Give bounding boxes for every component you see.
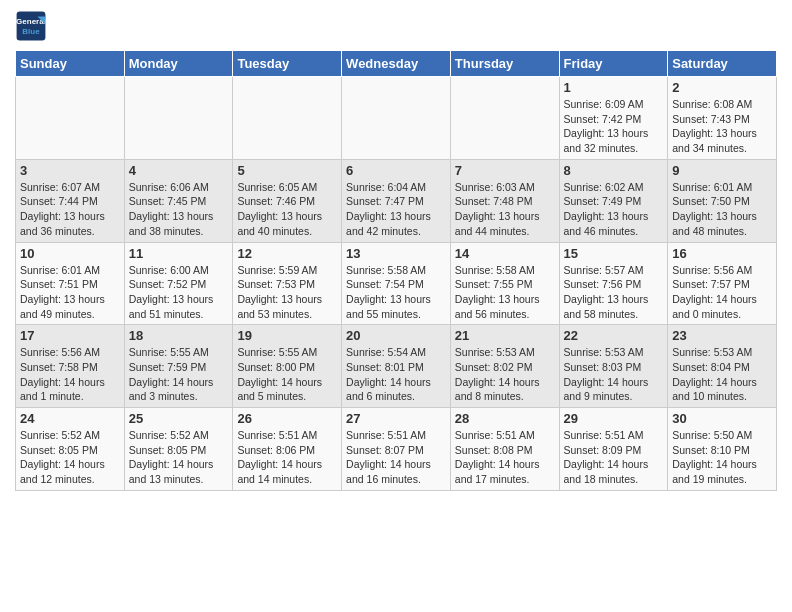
day-info: Sunrise: 5:51 AM Sunset: 8:08 PM Dayligh…	[455, 428, 555, 487]
day-info: Sunrise: 6:05 AM Sunset: 7:46 PM Dayligh…	[237, 180, 337, 239]
calendar-cell: 21Sunrise: 5:53 AM Sunset: 8:02 PM Dayli…	[450, 325, 559, 408]
calendar-cell: 28Sunrise: 5:51 AM Sunset: 8:08 PM Dayli…	[450, 408, 559, 491]
calendar-cell	[16, 77, 125, 160]
calendar-cell: 13Sunrise: 5:58 AM Sunset: 7:54 PM Dayli…	[342, 242, 451, 325]
day-info: Sunrise: 5:58 AM Sunset: 7:54 PM Dayligh…	[346, 263, 446, 322]
day-info: Sunrise: 6:08 AM Sunset: 7:43 PM Dayligh…	[672, 97, 772, 156]
day-number: 22	[564, 328, 664, 343]
day-number: 20	[346, 328, 446, 343]
day-info: Sunrise: 5:56 AM Sunset: 7:57 PM Dayligh…	[672, 263, 772, 322]
day-number: 19	[237, 328, 337, 343]
day-number: 10	[20, 246, 120, 261]
day-number: 21	[455, 328, 555, 343]
logo: General Blue	[15, 10, 51, 42]
day-number: 17	[20, 328, 120, 343]
calendar-cell	[450, 77, 559, 160]
day-number: 4	[129, 163, 229, 178]
calendar-week-row: 24Sunrise: 5:52 AM Sunset: 8:05 PM Dayli…	[16, 408, 777, 491]
day-info: Sunrise: 6:01 AM Sunset: 7:51 PM Dayligh…	[20, 263, 120, 322]
calendar-cell: 17Sunrise: 5:56 AM Sunset: 7:58 PM Dayli…	[16, 325, 125, 408]
page: General Blue SundayMondayTuesdayWednesda…	[0, 0, 792, 506]
day-info: Sunrise: 6:09 AM Sunset: 7:42 PM Dayligh…	[564, 97, 664, 156]
day-number: 26	[237, 411, 337, 426]
weekday-header: Tuesday	[233, 51, 342, 77]
calendar-cell: 7Sunrise: 6:03 AM Sunset: 7:48 PM Daylig…	[450, 159, 559, 242]
calendar-week-row: 10Sunrise: 6:01 AM Sunset: 7:51 PM Dayli…	[16, 242, 777, 325]
calendar-cell: 24Sunrise: 5:52 AM Sunset: 8:05 PM Dayli…	[16, 408, 125, 491]
calendar-cell: 2Sunrise: 6:08 AM Sunset: 7:43 PM Daylig…	[668, 77, 777, 160]
day-number: 16	[672, 246, 772, 261]
calendar-cell: 8Sunrise: 6:02 AM Sunset: 7:49 PM Daylig…	[559, 159, 668, 242]
day-number: 25	[129, 411, 229, 426]
day-info: Sunrise: 5:55 AM Sunset: 8:00 PM Dayligh…	[237, 345, 337, 404]
day-info: Sunrise: 5:54 AM Sunset: 8:01 PM Dayligh…	[346, 345, 446, 404]
day-number: 7	[455, 163, 555, 178]
day-number: 30	[672, 411, 772, 426]
calendar-cell	[124, 77, 233, 160]
day-info: Sunrise: 6:02 AM Sunset: 7:49 PM Dayligh…	[564, 180, 664, 239]
day-info: Sunrise: 5:52 AM Sunset: 8:05 PM Dayligh…	[20, 428, 120, 487]
calendar-cell: 14Sunrise: 5:58 AM Sunset: 7:55 PM Dayli…	[450, 242, 559, 325]
day-info: Sunrise: 6:01 AM Sunset: 7:50 PM Dayligh…	[672, 180, 772, 239]
day-info: Sunrise: 5:51 AM Sunset: 8:06 PM Dayligh…	[237, 428, 337, 487]
weekday-header: Monday	[124, 51, 233, 77]
day-number: 2	[672, 80, 772, 95]
day-number: 27	[346, 411, 446, 426]
calendar-cell: 9Sunrise: 6:01 AM Sunset: 7:50 PM Daylig…	[668, 159, 777, 242]
day-number: 12	[237, 246, 337, 261]
calendar-cell: 18Sunrise: 5:55 AM Sunset: 7:59 PM Dayli…	[124, 325, 233, 408]
day-number: 9	[672, 163, 772, 178]
day-info: Sunrise: 5:58 AM Sunset: 7:55 PM Dayligh…	[455, 263, 555, 322]
weekday-header: Saturday	[668, 51, 777, 77]
day-info: Sunrise: 5:51 AM Sunset: 8:07 PM Dayligh…	[346, 428, 446, 487]
day-info: Sunrise: 5:53 AM Sunset: 8:02 PM Dayligh…	[455, 345, 555, 404]
calendar-cell: 20Sunrise: 5:54 AM Sunset: 8:01 PM Dayli…	[342, 325, 451, 408]
day-number: 13	[346, 246, 446, 261]
calendar-week-row: 17Sunrise: 5:56 AM Sunset: 7:58 PM Dayli…	[16, 325, 777, 408]
calendar-cell: 30Sunrise: 5:50 AM Sunset: 8:10 PM Dayli…	[668, 408, 777, 491]
day-info: Sunrise: 6:04 AM Sunset: 7:47 PM Dayligh…	[346, 180, 446, 239]
day-number: 6	[346, 163, 446, 178]
day-number: 23	[672, 328, 772, 343]
day-number: 8	[564, 163, 664, 178]
calendar-cell: 10Sunrise: 6:01 AM Sunset: 7:51 PM Dayli…	[16, 242, 125, 325]
day-number: 15	[564, 246, 664, 261]
day-number: 24	[20, 411, 120, 426]
day-info: Sunrise: 6:00 AM Sunset: 7:52 PM Dayligh…	[129, 263, 229, 322]
weekday-header: Wednesday	[342, 51, 451, 77]
weekday-header: Sunday	[16, 51, 125, 77]
calendar-cell: 4Sunrise: 6:06 AM Sunset: 7:45 PM Daylig…	[124, 159, 233, 242]
calendar-cell: 26Sunrise: 5:51 AM Sunset: 8:06 PM Dayli…	[233, 408, 342, 491]
weekday-header: Thursday	[450, 51, 559, 77]
calendar-cell	[233, 77, 342, 160]
calendar-cell: 1Sunrise: 6:09 AM Sunset: 7:42 PM Daylig…	[559, 77, 668, 160]
day-info: Sunrise: 5:57 AM Sunset: 7:56 PM Dayligh…	[564, 263, 664, 322]
day-info: Sunrise: 5:59 AM Sunset: 7:53 PM Dayligh…	[237, 263, 337, 322]
weekday-header: Friday	[559, 51, 668, 77]
calendar-cell: 23Sunrise: 5:53 AM Sunset: 8:04 PM Dayli…	[668, 325, 777, 408]
weekday-header-row: SundayMondayTuesdayWednesdayThursdayFrid…	[16, 51, 777, 77]
logo-icon: General Blue	[15, 10, 47, 42]
day-number: 11	[129, 246, 229, 261]
calendar-cell: 16Sunrise: 5:56 AM Sunset: 7:57 PM Dayli…	[668, 242, 777, 325]
day-info: Sunrise: 5:52 AM Sunset: 8:05 PM Dayligh…	[129, 428, 229, 487]
day-info: Sunrise: 6:07 AM Sunset: 7:44 PM Dayligh…	[20, 180, 120, 239]
calendar: SundayMondayTuesdayWednesdayThursdayFrid…	[15, 50, 777, 491]
day-number: 1	[564, 80, 664, 95]
calendar-cell: 22Sunrise: 5:53 AM Sunset: 8:03 PM Dayli…	[559, 325, 668, 408]
day-info: Sunrise: 5:53 AM Sunset: 8:03 PM Dayligh…	[564, 345, 664, 404]
day-info: Sunrise: 5:56 AM Sunset: 7:58 PM Dayligh…	[20, 345, 120, 404]
day-info: Sunrise: 5:55 AM Sunset: 7:59 PM Dayligh…	[129, 345, 229, 404]
day-info: Sunrise: 5:51 AM Sunset: 8:09 PM Dayligh…	[564, 428, 664, 487]
day-number: 18	[129, 328, 229, 343]
day-info: Sunrise: 6:06 AM Sunset: 7:45 PM Dayligh…	[129, 180, 229, 239]
calendar-cell: 25Sunrise: 5:52 AM Sunset: 8:05 PM Dayli…	[124, 408, 233, 491]
day-number: 29	[564, 411, 664, 426]
day-number: 28	[455, 411, 555, 426]
calendar-week-row: 1Sunrise: 6:09 AM Sunset: 7:42 PM Daylig…	[16, 77, 777, 160]
calendar-cell: 11Sunrise: 6:00 AM Sunset: 7:52 PM Dayli…	[124, 242, 233, 325]
calendar-cell: 5Sunrise: 6:05 AM Sunset: 7:46 PM Daylig…	[233, 159, 342, 242]
day-info: Sunrise: 5:53 AM Sunset: 8:04 PM Dayligh…	[672, 345, 772, 404]
calendar-cell: 12Sunrise: 5:59 AM Sunset: 7:53 PM Dayli…	[233, 242, 342, 325]
calendar-cell: 19Sunrise: 5:55 AM Sunset: 8:00 PM Dayli…	[233, 325, 342, 408]
